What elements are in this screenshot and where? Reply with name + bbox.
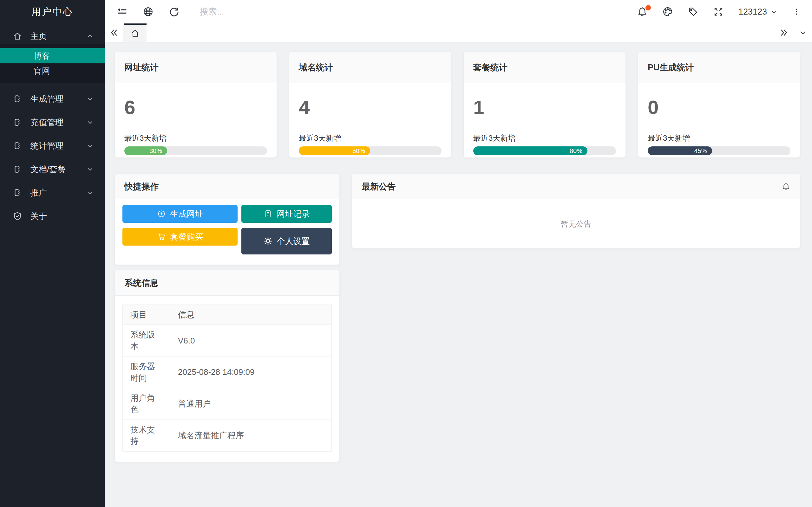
stats-row: 网址统计 6 最近3天新增 30% 域名统计 4 最近3天新增 50% — [115, 52, 800, 158]
row-label: 技术支持 — [123, 419, 170, 451]
card-title: 快捷操作 — [124, 181, 159, 192]
stat-card-url: 网址统计 6 最近3天新增 30% — [115, 52, 276, 158]
dashboard-content: 网址统计 6 最近3天新增 30% 域名统计 4 最近3天新增 50% — [105, 43, 812, 507]
row-value: V6.0 — [170, 325, 332, 356]
stat-label: 最近3天新增 — [299, 133, 442, 143]
theme-palette-icon[interactable] — [662, 6, 673, 17]
middle-row: 快捷操作 生成网址 网址记录 套餐购买 — [115, 174, 800, 265]
card-title: 网址统计 — [124, 62, 159, 73]
stat-label: 最近3天新增 — [124, 133, 267, 143]
sidebar-submenu-home: 博客 官网 — [0, 44, 105, 83]
row-value: 2025-08-28 14:09:09 — [170, 356, 332, 388]
card-title: 域名统计 — [299, 62, 333, 73]
row-value: 普通用户 — [170, 388, 332, 419]
topbar-actions: 123123 — [637, 6, 801, 17]
circle-plus-icon — [157, 210, 166, 218]
sidebar-item-label: 生成管理 — [31, 94, 63, 105]
notifications-bell-icon[interactable] — [637, 6, 648, 17]
cart-icon — [157, 232, 166, 241]
column-header-info: 信息 — [170, 305, 332, 325]
sidebar-item-label: 统计管理 — [31, 140, 63, 152]
card-title: 最新公告 — [362, 181, 396, 192]
module-icon — [13, 164, 22, 174]
buy-package-button[interactable]: 套餐购买 — [122, 228, 238, 245]
topbar: 123123 — [105, 0, 812, 23]
stat-label: 最近3天新增 — [648, 133, 791, 143]
chevron-down-icon — [86, 189, 94, 196]
progress-bar: 45% — [648, 147, 791, 155]
language-globe-icon[interactable] — [143, 6, 154, 17]
progress-bar: 80% — [473, 147, 616, 155]
quick-actions-card: 快捷操作 生成网址 网址记录 套餐购买 — [115, 174, 339, 265]
sidebar-item-promotion[interactable]: 推广 — [0, 185, 105, 200]
table-header-row: 项目 信息 — [123, 305, 332, 325]
sidebar-item-stats-mgmt[interactable]: 统计管理 — [0, 138, 105, 153]
stat-value: 4 — [299, 96, 442, 118]
user-menu[interactable]: 123123 — [739, 7, 778, 17]
generate-url-button[interactable]: 生成网址 — [122, 205, 238, 223]
sidebar-item-home[interactable]: 主页 — [0, 29, 105, 44]
sidebar-item-label: 关于 — [31, 211, 47, 222]
search-input[interactable] — [200, 7, 629, 17]
chevron-up-icon — [86, 32, 94, 40]
stat-value: 0 — [648, 96, 791, 118]
sidebar-item-label: 推广 — [31, 187, 47, 199]
tabs-scroll-right-icon[interactable] — [774, 23, 793, 42]
chevron-down-icon — [86, 118, 94, 126]
sidebar-menu: 主页 博客 官网 生成管理 — [0, 23, 105, 224]
card-title: 套餐统计 — [473, 62, 507, 73]
stat-card-package: 套餐统计 1 最近3天新增 80% — [464, 52, 625, 158]
progress-percent: 45% — [694, 147, 707, 155]
tag-icon[interactable] — [688, 6, 699, 17]
table-row: 服务器时间 2025-08-28 14:09:09 — [123, 356, 332, 388]
sidebar-item-blog[interactable]: 博客 — [0, 48, 105, 63]
system-info-table: 项目 信息 系统版本 V6.0 服务器时间 2025-08-28 14:09:0… — [122, 304, 332, 452]
sidebar-item-recharge-mgmt[interactable]: 充值管理 — [0, 115, 105, 130]
stat-label: 最近3天新增 — [473, 133, 616, 143]
row-label: 系统版本 — [123, 325, 170, 356]
sidebar-item-official-site[interactable]: 官网 — [0, 63, 105, 78]
more-options-kebab-icon[interactable] — [792, 6, 801, 17]
column-header-item: 项目 — [123, 305, 170, 325]
progress-percent: 80% — [570, 147, 582, 155]
sidebar-item-generate-mgmt[interactable]: 生成管理 — [0, 91, 105, 107]
module-icon — [13, 188, 22, 198]
sidebar-item-label: 文档/套餐 — [31, 164, 66, 175]
tab-home[interactable] — [124, 23, 147, 42]
sidebar-item-label: 博客 — [34, 50, 50, 61]
url-records-button[interactable]: 网址记录 — [241, 205, 332, 223]
fullscreen-icon[interactable] — [713, 6, 724, 17]
card-title: 系统信息 — [124, 277, 159, 289]
sidebar-item-label: 主页 — [31, 31, 47, 42]
personal-settings-button[interactable]: 个人设置 — [241, 228, 332, 255]
module-icon — [13, 94, 22, 104]
card-title: PU生成统计 — [648, 62, 694, 73]
row-label: 用户角色 — [123, 388, 170, 419]
document-icon — [264, 210, 272, 218]
table-row: 技术支持 域名流量推广程序 — [123, 419, 332, 451]
bell-icon — [781, 182, 791, 191]
tabs-menu-icon[interactable] — [793, 23, 812, 42]
system-info-card: 系统信息 项目 信息 系统版本 V6.0 — [115, 270, 339, 462]
sidebar-item-about[interactable]: 关于 — [0, 209, 105, 224]
stat-card-pu-generate: PU生成统计 0 最近3天新增 45% — [638, 52, 800, 158]
tabbar — [105, 23, 812, 43]
main-column: 123123 网址统计 — [105, 0, 812, 507]
collapse-sidebar-icon[interactable] — [117, 6, 128, 17]
table-row: 用户角色 普通用户 — [123, 388, 332, 419]
username: 123123 — [739, 7, 767, 17]
gear-icon — [264, 237, 272, 245]
home-icon — [131, 29, 140, 38]
row-value: 域名流量推广程序 — [170, 419, 332, 451]
refresh-icon[interactable] — [169, 6, 180, 17]
stat-value: 1 — [473, 96, 616, 118]
sidebar-item-label: 充值管理 — [31, 117, 63, 128]
sidebar-item-docs-packages[interactable]: 文档/套餐 — [0, 162, 105, 177]
announcements-card: 最新公告 暂无公告 — [352, 174, 800, 248]
shield-check-icon — [13, 211, 22, 221]
tabs-scroll-left-icon[interactable] — [105, 23, 124, 42]
progress-bar: 30% — [124, 147, 267, 155]
module-icon — [13, 141, 22, 151]
app-title: 用户中心 — [0, 0, 105, 23]
home-icon — [13, 32, 22, 41]
